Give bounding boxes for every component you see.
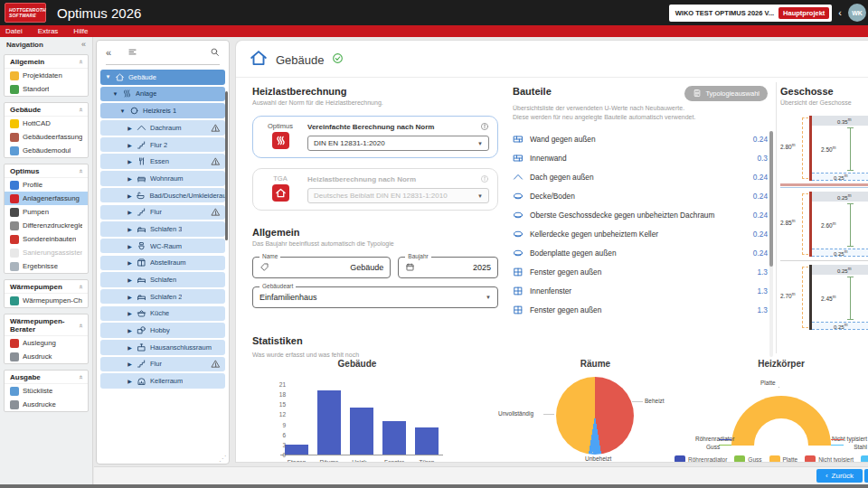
bauteil-row[interactable]: Oberste Geschossdecke gegen unbeheizten …	[513, 205, 768, 224]
sidebar-item-auslegung[interactable]: Auslegung	[5, 336, 88, 350]
tree-node-bad-dusche-umkleideraum[interactable]: ▶Bad/Dusche/Umkleideraum	[100, 188, 225, 203]
tree-node-wohnraum[interactable]: ▶Wohnraum	[100, 171, 225, 186]
tree-expand-icon[interactable]: ▶	[127, 192, 132, 199]
bauteil-row[interactable]: Dach gegen außen0.24	[513, 167, 768, 186]
menu-item-hilfe[interactable]: Hilfe	[73, 27, 88, 35]
bauteil-row[interactable]: Innenwand0.3	[513, 148, 768, 167]
tree-expand-icon[interactable]: ▶	[127, 209, 133, 215]
info-icon[interactable]	[480, 122, 489, 131]
norm-dropdown[interactable]: DIN EN 12831-1:2020▼	[307, 136, 489, 151]
tree-node-hobby[interactable]: ▶Hobby	[100, 323, 225, 338]
tree-node-flur-2[interactable]: ▶Flur 2	[100, 137, 225, 153]
tree-expand-icon[interactable]: ▼	[112, 91, 118, 97]
sidebar-item-ausdruck[interactable]: Ausdruck	[5, 350, 88, 363]
info-icon[interactable]	[480, 174, 489, 183]
avatar[interactable]: WK	[848, 4, 866, 22]
sidebar-item-differenzdruckregler[interactable]: Differenzdruckregler	[5, 219, 88, 232]
tree-node-heizkreis-1[interactable]: ▼Heizkreis 1	[100, 103, 225, 118]
name-field[interactable]: Name Gebäude	[252, 257, 391, 278]
collapse-group-icon[interactable]: «	[76, 324, 84, 327]
tree-expand-icon[interactable]: ▼	[119, 108, 126, 114]
bauteil-row[interactable]: Wand gegen außen0.24	[513, 129, 768, 148]
sidebar-item-sanierungsassistent[interactable]: Sanierungsassistent	[5, 246, 88, 259]
collapse-group-icon[interactable]: «	[76, 60, 84, 63]
baujahr-field[interactable]: Baujahr 2025	[398, 257, 498, 278]
sidebar-item-geb-udeerfassungsas-[interactable]: Gebäudeerfassungsas...	[5, 130, 88, 144]
project-selector[interactable]: WIKO TEST OPTIMUS 2026 V... Hauptprojekt	[669, 5, 833, 22]
tree-expand-icon[interactable]: ▶	[127, 243, 133, 249]
menu-item-datei[interactable]: Datei	[5, 27, 23, 35]
sidebar-item-st-ckliste[interactable]: Stückliste	[5, 384, 88, 398]
sidebar-item-ergebnisse[interactable]: Ergebnisse	[5, 259, 88, 273]
gebaeudeart-select[interactable]: Gebäudeart Einfamilienhaus ▼	[252, 286, 498, 308]
sidebar-item-label: Anlagenerfassung	[23, 194, 80, 202]
search-icon[interactable]	[210, 47, 220, 59]
tree-node-schlafen-3[interactable]: ▶Schlafen 3	[100, 221, 225, 237]
tree-node-schlafen[interactable]: ▶Schlafen	[100, 272, 225, 287]
name-field-label: Name	[259, 253, 280, 259]
sidebar-item-standort[interactable]: Standort	[5, 82, 88, 96]
tree-expand-icon[interactable]: ▶	[127, 226, 133, 232]
tree-expand-icon[interactable]: ▶	[127, 378, 133, 384]
sidebar-item-ausdrucke[interactable]: Ausdrucke	[5, 398, 88, 411]
halfdonut-platte	[731, 396, 831, 446]
tree-node-anlage[interactable]: ▼Anlage	[100, 87, 225, 102]
legend-swatch	[615, 462, 626, 463]
tree-expand-icon[interactable]: ▶	[127, 361, 133, 367]
tree-node-hausanschlussraum[interactable]: ▶Hausanschlussraum	[100, 340, 225, 355]
menu-item-extras[interactable]: Extras	[38, 27, 59, 35]
tree-node-k-che[interactable]: ▶Küche	[100, 306, 225, 322]
sidebar-item-projektdaten[interactable]: Projektdaten	[5, 69, 88, 82]
bauteil-row[interactable]: Kellerdecke gegen unbeheiztem Keller0.24	[513, 224, 768, 243]
bauteil-row[interactable]: Innenfenster1.3	[513, 281, 768, 300]
next-button[interactable]: Weiter	[864, 469, 868, 483]
resize-handle-icon[interactable]: ⋰	[219, 455, 226, 463]
tree-expand-icon[interactable]: ▶	[127, 125, 133, 131]
sidebar-item-profile[interactable]: Profile	[5, 178, 88, 192]
tree-expand-icon[interactable]: ▶	[127, 277, 133, 283]
tree-expand-icon[interactable]: ▶	[127, 344, 133, 351]
collapse-group-icon[interactable]: «	[76, 285, 84, 288]
tree-expand-icon[interactable]: ▶	[127, 175, 133, 182]
collapse-group-icon[interactable]: «	[76, 108, 84, 111]
tree-node-wc-raum[interactable]: ▶WC-Raum	[100, 239, 225, 254]
tree-collapse-icon[interactable]: «	[106, 47, 111, 58]
collapse-group-icon[interactable]: «	[76, 169, 84, 173]
tree-node-schlafen-2[interactable]: ▶Schlafen 2	[100, 289, 225, 305]
bauteil-row[interactable]: Bodenplatte gegen außen0.24	[513, 243, 768, 262]
tree-node-essen[interactable]: ▶Essen	[100, 154, 225, 169]
back-button[interactable]: ‹ Zurück	[816, 469, 863, 483]
tree-menu-icon[interactable]	[127, 47, 137, 59]
bauteil-row[interactable]: Fenster gegen außen1.3	[513, 300, 768, 319]
tree-node-kellerraum[interactable]: ▶Kellerraum	[100, 373, 225, 389]
sidebar-item-sondereinbauten[interactable]: Sondereinbauten	[5, 232, 88, 246]
tree-node-abstellraum[interactable]: ▶Abstellraum	[100, 256, 225, 271]
sidebar-collapse-icon[interactable]: «	[81, 40, 86, 49]
tree-expand-icon[interactable]: ▶	[127, 310, 133, 316]
tree-expand-icon[interactable]: ▶	[127, 158, 133, 164]
sidebar-item-hottcad[interactable]: HottCAD	[5, 117, 88, 130]
tree-node-flur[interactable]: ▶Flur	[100, 205, 225, 221]
tree-expand-icon[interactable]: ▼	[105, 74, 111, 80]
legend-swatch	[527, 462, 538, 463]
sidebar-item-pumpen[interactable]: Pumpen	[5, 205, 88, 219]
tree-node-flur[interactable]: ▶Flur	[100, 357, 225, 372]
tree-node-geb-ude[interactable]: ▼Gebäude	[100, 70, 225, 85]
typologieauswahl-button[interactable]: Typologieauswahl	[684, 86, 768, 101]
legend-swatch	[675, 455, 685, 463]
bauteile-scrollbar-thumb[interactable]	[769, 131, 773, 267]
sidebar-item-label: Ausdruck	[23, 352, 52, 361]
bauteil-row[interactable]: Decke/Boden0.24	[513, 186, 768, 205]
tree-expand-icon[interactable]: ▶	[127, 294, 133, 300]
tree-expand-icon[interactable]: ▶	[127, 142, 133, 148]
collapse-group-icon[interactable]: «	[76, 375, 84, 379]
bauteil-row[interactable]: Fenster gegen außen1.3	[513, 262, 768, 281]
tree-expand-icon[interactable]: ▶	[127, 327, 133, 333]
tree-expand-icon[interactable]: ▶	[127, 259, 133, 266]
collapse-chevron-icon[interactable]: ‹	[836, 7, 844, 18]
tree-node-dachraum[interactable]: ▶Dachraum	[100, 120, 225, 136]
tree-scrollbar[interactable]	[225, 91, 228, 240]
sidebar-item-w-rmepumpen-check[interactable]: Wärmepumpen-Check	[5, 294, 88, 307]
sidebar-item-anlagenerfassung[interactable]: Anlagenerfassung	[5, 192, 88, 205]
sidebar-item-geb-udemodul[interactable]: Gebäudemodul	[5, 144, 88, 157]
